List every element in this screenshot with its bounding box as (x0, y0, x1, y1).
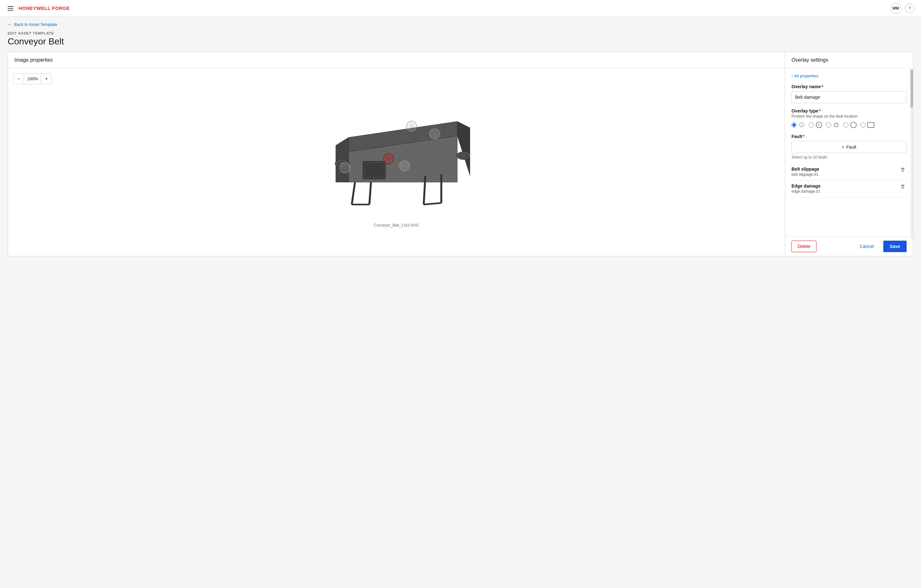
main-card: Image properties − 100% + (8, 52, 913, 256)
page-title: Conveyor Belt (8, 36, 913, 47)
radio-circle-small[interactable] (826, 122, 831, 128)
radio-rect[interactable] (861, 122, 866, 128)
info-icon-5: ⓘ (343, 165, 347, 171)
hamburger-menu[interactable] (7, 5, 15, 12)
overlay-type-exclaim[interactable]: ! (809, 121, 823, 129)
svg-marker-3 (457, 122, 470, 176)
fault-label: Fault* (791, 134, 906, 139)
right-panel-footer: Delete Cancel Save (785, 237, 913, 256)
header-left: HONEYWELL FORGE (7, 5, 70, 12)
overlay-type-label: Overlay type* (791, 108, 906, 114)
zoom-controls: − 100% + (13, 73, 52, 84)
overlay-type-circle-small[interactable] (826, 121, 840, 129)
overlay-type-rect[interactable] (861, 121, 875, 129)
radio-circle-large[interactable] (843, 122, 848, 128)
fault-item-0: Belt slippage belt.slippage.01 (791, 163, 906, 180)
overlay-circle-1[interactable]: ⓘ (406, 121, 417, 132)
plus-icon: + (842, 145, 844, 149)
info-icon-1: ⓘ (409, 123, 414, 129)
fault-name-0: Belt slippage (791, 166, 819, 172)
zoom-value: 100% (24, 74, 41, 84)
svg-text:!: ! (818, 123, 820, 127)
zoom-minus-button[interactable]: − (13, 74, 24, 84)
scrollbar-track (910, 69, 913, 239)
delete-button[interactable]: Delete (791, 240, 817, 252)
avatar[interactable]: MM (890, 3, 901, 14)
overlay-circle-5[interactable]: ⓘ (340, 162, 350, 173)
fault-code-0: belt.slippage.01 (791, 172, 819, 177)
shape-circle-large-icon (850, 121, 858, 129)
overlay-type-row: ⓘ ! (791, 121, 906, 129)
app-logo: HONEYWELL FORGE (18, 5, 70, 11)
overlay-settings-header: Overlay settings (785, 52, 913, 68)
chevron-left-icon: ‹ (791, 73, 793, 78)
help-button[interactable]: ? (905, 3, 914, 13)
all-properties-link[interactable]: ‹ All properties (791, 73, 906, 78)
fault-item-info-1: Edge damage edge.damage.01 (791, 184, 820, 194)
svg-point-9 (461, 154, 466, 157)
edit-label: EDIT ASSET TEMPLATE (8, 31, 913, 35)
scrollbar-thumb[interactable] (910, 69, 913, 108)
fault-hint: Select up to 10 faults (791, 155, 906, 159)
svg-point-26 (834, 123, 838, 127)
fault-delete-button-1[interactable] (899, 184, 906, 191)
info-icon-4: ⓘ (402, 163, 407, 169)
info-icon-3: ⓘ (386, 156, 391, 162)
app-header: HONEYWELL FORGE MM ? (0, 0, 921, 16)
image-filename: Conveyor_Belt_1103.SVG (374, 223, 419, 227)
overlay-name-label: Overlay name* (791, 84, 906, 89)
image-area: − 100% + (8, 68, 785, 256)
radio-exclaim[interactable] (809, 122, 814, 128)
right-panel-body: ‹ All properties Overlay name* Overlay t… (785, 68, 913, 237)
fault-delete-button-0[interactable] (899, 166, 906, 174)
shape-rect-icon (867, 121, 875, 129)
conveyor-svg-wrapper: ⓘ ⓘ ⓘ ⓘ (317, 112, 477, 221)
zoom-plus-button[interactable]: + (41, 74, 52, 84)
svg-line-12 (352, 182, 355, 205)
back-arrow-icon: ← (8, 22, 12, 27)
header-right: MM ? (890, 3, 914, 14)
svg-line-17 (424, 203, 441, 205)
shape-circle-small-icon (832, 121, 840, 129)
fault-add-label: Fault (846, 145, 856, 149)
overlay-circle-2[interactable]: ⓘ (429, 128, 440, 139)
overlay-type-circle-large[interactable] (843, 121, 858, 129)
fault-name-1: Edge damage (791, 184, 820, 188)
fault-item-info-0: Belt slippage belt.slippage.01 (791, 166, 819, 177)
left-panel: Image properties − 100% + (8, 52, 785, 256)
info-icon-2: ⓘ (432, 131, 437, 137)
page-content: ← Back to Asset Template EDIT ASSET TEMP… (0, 16, 921, 262)
overlay-name-input[interactable] (791, 91, 906, 103)
overlay-type-circle-info[interactable]: ⓘ (791, 121, 805, 129)
svg-point-27 (851, 122, 856, 128)
shape-circle-info-icon: ⓘ (798, 121, 805, 129)
save-button[interactable]: Save (883, 240, 906, 252)
svg-rect-11 (364, 163, 384, 177)
conveyor-image-container: ⓘ ⓘ ⓘ ⓘ (13, 88, 779, 251)
right-panel: Overlay settings ‹ All properties Overla… (785, 52, 913, 256)
overlay-type-hint: Position the shape on the fault location (791, 114, 906, 119)
fault-code-1: edge.damage.01 (791, 189, 820, 194)
svg-rect-28 (867, 122, 874, 128)
svg-line-13 (369, 182, 371, 205)
shape-exclaim-icon: ! (815, 121, 823, 129)
fault-item-1: Edge damage edge.damage.01 (791, 180, 906, 197)
overlay-circle-3[interactable]: ⓘ (383, 153, 394, 164)
back-link[interactable]: ← Back to Asset Template (8, 22, 913, 27)
image-properties-header: Image properties (8, 52, 785, 68)
cancel-button[interactable]: Cancel (854, 240, 880, 252)
radio-circle-info[interactable] (791, 122, 797, 128)
fault-add-button[interactable]: + Fault (791, 141, 906, 153)
overlay-circle-4[interactable]: ⓘ (399, 161, 410, 171)
